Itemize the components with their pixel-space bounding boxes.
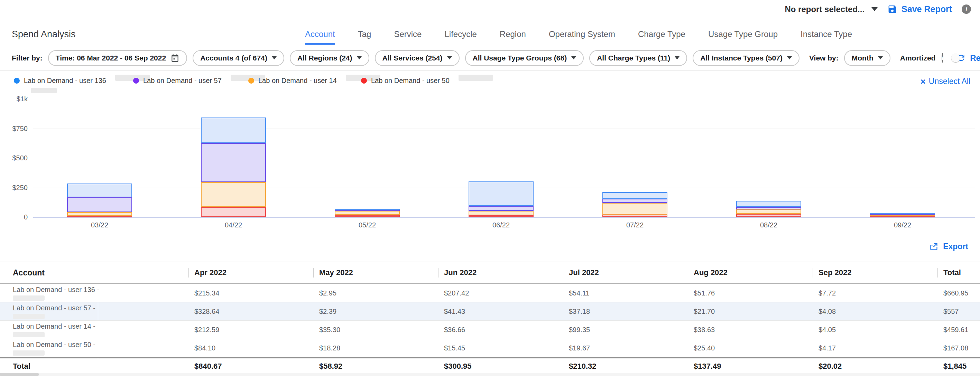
spend-table: AccountApr 2022May 2022Jun 2022Jul 2022A… [0,262,980,374]
total-cell-apr-2022: $840.67 [188,362,313,371]
legend-item-lab-on-demand-user-14[interactable]: Lab on Demand - user 14 [248,77,380,85]
legend-dot-icon [248,78,254,84]
export-icon [929,242,939,251]
close-icon: × [921,78,926,85]
time-filter[interactable]: Time: 06 Mar 2022 - 06 Sep 2022 [48,50,187,66]
scrollbar-thumb[interactable] [0,373,39,376]
usage-type-groups-filter[interactable]: All Usage Type Groups (68) [465,50,584,66]
column-header-jul-2022: Jul 2022 [563,262,688,283]
account-name: Lab on Demand - user 14 - [13,322,98,330]
tab-lifecycle[interactable]: Lifecycle [444,29,477,45]
calendar-icon [170,54,180,63]
bar-segment-lab-on-demand-user-136-04-22[interactable] [201,117,266,143]
tab-charge-type[interactable]: Charge Type [638,29,686,45]
bar-segment-lab-on-demand-user-136-06-22[interactable] [469,181,534,206]
table-row: Lab on Demand - user 136 -$215.34$2.95$2… [0,284,980,302]
bar-segment-lab-on-demand-user-50-05-22[interactable] [335,215,400,217]
instance-types-filter[interactable]: All Instance Types (507) [693,50,800,66]
bar-segment-lab-on-demand-user-14-05-22[interactable] [335,211,400,215]
amortized-label: Amortized [900,54,936,62]
gridline [33,99,975,99]
chevron-down-icon [571,56,576,59]
services-filter[interactable]: All Services (254) [375,50,460,66]
info-icon[interactable]: i [962,5,971,14]
y-axis-label: $250 [0,184,28,192]
legend-label: Lab on Demand - user 50 [371,77,450,85]
column-header-aug-2022: Aug 2022 [688,262,813,283]
tab-account[interactable]: Account [305,29,335,45]
bar-segment-lab-on-demand-user-14-04-22[interactable] [201,182,266,207]
gridline [33,217,975,218]
bar-segment-lab-on-demand-user-14-03-22[interactable] [67,212,132,216]
bar-segment-lab-on-demand-user-14-08-22[interactable] [736,209,801,214]
reset-filters-label: Reset Filters [970,53,980,63]
bar-segment-lab-on-demand-user-14-07-22[interactable] [602,203,667,214]
bar-segment-lab-on-demand-user-14-06-22[interactable] [469,211,534,215]
tab-instance-type[interactable]: Instance Type [800,29,852,45]
export-button[interactable]: Export [929,242,968,251]
redacted-text [13,351,45,355]
filter-bar: Filter by: Time: 06 Mar 2022 - 06 Sep 20… [0,45,980,71]
bar-segment-lab-on-demand-user-50-06-22[interactable] [469,215,534,217]
info-icon[interactable]: i [942,53,943,63]
reset-filters-button[interactable]: Reset Filters [956,53,980,63]
legend-dot-icon [14,78,20,84]
legend: × Unselect All Lab on Demand - user 136L… [0,72,980,97]
bar-segment-lab-on-demand-user-136-08-22[interactable] [736,201,801,207]
cell-may-2022: $2.39 [313,308,438,316]
accounts-filter[interactable]: Accounts 4 (of 674) [192,50,284,66]
column-divider [937,268,938,278]
tab-service[interactable]: Service [394,29,422,45]
cell-jul-2022: $99.35 [563,326,688,334]
cell-jun-2022: $207.42 [438,289,563,297]
total-cell-jun-2022: $300.95 [438,362,563,371]
unselect-all-button[interactable]: × Unselect All [921,77,970,86]
chevron-down-icon [272,56,277,59]
bar-segment-lab-on-demand-user-136-07-22[interactable] [602,192,667,199]
total-cell-jul-2022: $210.32 [563,362,688,371]
legend-item-lab-on-demand-user-50[interactable]: Lab on Demand - user 50 [361,77,493,85]
cell-sep-2022: $4.17 [813,344,937,352]
bar-segment-lab-on-demand-user-50-03-22[interactable] [67,216,132,217]
tab-region[interactable]: Region [500,29,526,45]
filter-by-label: Filter by: [12,54,43,62]
column-divider [438,268,439,278]
bar-segment-lab-on-demand-user-136-05-22[interactable] [335,209,400,210]
view-by-select[interactable]: Month [844,50,891,66]
bar-segment-lab-on-demand-user-57-07-22[interactable] [602,199,667,203]
account-cell: Lab on Demand - user 50 - [0,339,98,357]
chevron-down-icon [878,56,883,59]
regions-filter[interactable]: All Regions (24) [290,50,369,66]
bar-segment-lab-on-demand-user-136-09-22[interactable] [870,213,935,214]
report-selector[interactable]: No report selected... [784,5,878,14]
cell-aug-2022: $21.70 [688,308,813,316]
charge-types-filter[interactable]: All Charge Types (11) [589,50,687,66]
chevron-down-icon [675,56,679,59]
cell-aug-2022: $51.76 [688,289,813,297]
cell-total: $557 [937,308,980,316]
legend-item-lab-on-demand-user-136[interactable]: Lab on Demand - user 136 [14,77,150,85]
tab-usage-type-group[interactable]: Usage Type Group [708,29,778,45]
column-header-may-2022: May 2022 [313,262,438,283]
bar-segment-lab-on-demand-user-57-03-22[interactable] [67,197,132,212]
bar-segment-lab-on-demand-user-57-06-22[interactable] [469,206,534,211]
save-report-button[interactable]: Save Report [887,4,952,14]
time-filter-label: Time: 06 Mar 2022 - 06 Sep 2022 [56,54,166,62]
chevron-down-icon [872,7,878,11]
bar-segment-lab-on-demand-user-57-04-22[interactable] [201,143,266,182]
chevron-down-icon [787,56,792,59]
bar-segment-lab-on-demand-user-50-04-22[interactable] [201,207,266,217]
horizontal-scrollbar [0,373,980,376]
bar-segment-lab-on-demand-user-50-07-22[interactable] [602,214,667,217]
table-row: Lab on Demand - user 50 -$84.10$18.28$15… [0,339,980,357]
bar-segment-lab-on-demand-user-57-08-22[interactable] [736,207,801,209]
column-header-total: Total [937,262,980,283]
bar-segment-lab-on-demand-user-136-03-22[interactable] [67,184,132,197]
tab-tag[interactable]: Tag [358,29,371,45]
legend-item-lab-on-demand-user-57[interactable]: Lab on Demand - user 57 [133,77,265,85]
legend-dot-icon [361,78,367,84]
account-name: Lab on Demand - user 57 - [13,304,98,312]
tab-operating-system[interactable]: Operating System [549,29,615,45]
bar-segment-lab-on-demand-user-50-08-22[interactable] [736,214,801,217]
services-filter-label: All Services (254) [382,54,442,62]
